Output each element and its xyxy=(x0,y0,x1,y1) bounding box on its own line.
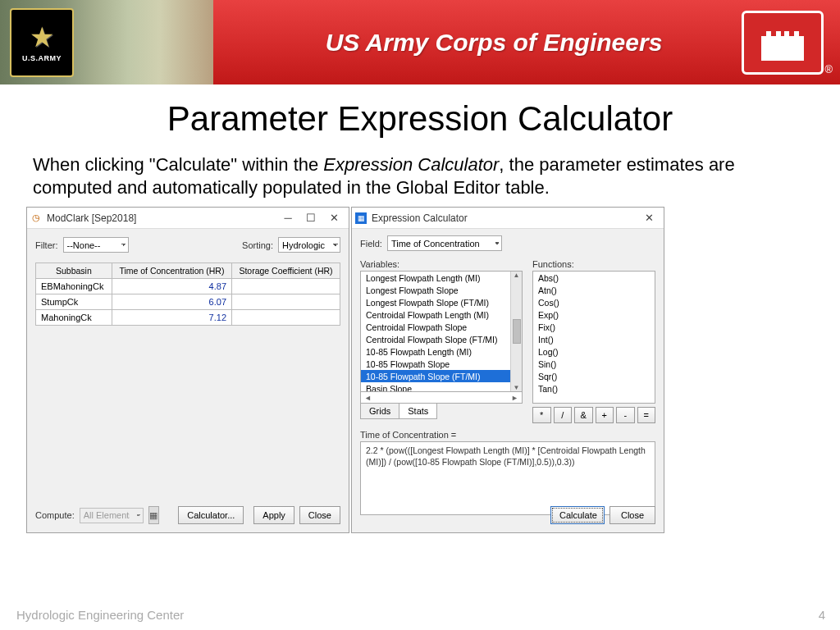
modclark-titlebar[interactable]: ◷ ModClark [Sep2018] ─ ☐ ✕ xyxy=(27,208,349,229)
close-button[interactable]: Close xyxy=(609,506,655,524)
compute-label: Compute: xyxy=(35,510,75,520)
table-row[interactable]: StumpCk6.07 xyxy=(36,294,340,310)
field-select[interactable]: Time of Concentration xyxy=(387,235,502,251)
usace-castle-badge: ® xyxy=(742,11,824,75)
col-sc[interactable]: Storage Coefficient (HR) xyxy=(232,263,340,279)
tab-grids[interactable]: Grids xyxy=(360,403,399,419)
expression-textarea[interactable]: 2.2 * (pow(([Longest Flowpath Length (MI… xyxy=(360,441,655,515)
operator-button[interactable]: + xyxy=(596,407,614,423)
operator-button[interactable]: - xyxy=(616,407,635,423)
slide-body: When clicking "Calculate" within the Exp… xyxy=(0,139,840,199)
banner-right: US Army Corps of Engineers ® xyxy=(213,0,840,84)
army-sub-label: U.S.ARMY xyxy=(22,54,62,62)
operator-button[interactable]: = xyxy=(637,407,656,423)
tab-stats[interactable]: Stats xyxy=(399,403,437,419)
functions-listbox[interactable]: Abs()Atn()Cos()Exp()Fix()Int()Log()Sin()… xyxy=(532,271,655,404)
calculate-button[interactable]: Calculate xyxy=(550,506,605,524)
function-item[interactable]: Fix() xyxy=(533,321,655,333)
operator-button[interactable]: * xyxy=(532,407,551,423)
variable-item[interactable]: Longest Flowpath Length (MI) xyxy=(361,272,522,284)
footer-left: Hydrologic Engineering Center xyxy=(16,608,184,622)
expression-calculator-window: ▦ Expression Calculator ✕ Field: Time of… xyxy=(351,207,664,533)
parameter-table: Subbasin Time of Concentration (HR) Stor… xyxy=(35,262,340,326)
close-button[interactable]: ✕ xyxy=(637,212,660,224)
function-item[interactable]: Sqr() xyxy=(533,370,655,382)
body-ital: Expression Calculator xyxy=(323,154,499,175)
field-label: Field: xyxy=(360,239,382,249)
table-row[interactable]: MahoningCk7.12 xyxy=(36,310,340,326)
apply-button[interactable]: Apply xyxy=(253,506,294,524)
variable-item[interactable]: Longest Flowpath Slope (FT/MI) xyxy=(361,296,522,308)
filter-label: Filter: xyxy=(35,240,58,250)
star-icon: ★ xyxy=(30,23,54,51)
function-item[interactable]: Exp() xyxy=(533,308,655,321)
us-army-badge: ★ U.S.ARMY xyxy=(10,8,74,77)
horizontal-scroll[interactable]: ◄► xyxy=(360,392,523,404)
function-item[interactable]: Log() xyxy=(533,345,655,358)
compute-select: All Elements xyxy=(80,508,144,523)
operator-button[interactable]: / xyxy=(554,407,573,423)
functions-label: Functions: xyxy=(532,259,655,269)
corps-title: US Army Corps of Engineers xyxy=(246,29,742,57)
variables-listbox[interactable]: Longest Flowpath Length (MI)Longest Flow… xyxy=(360,271,523,392)
variable-item[interactable]: 10-85 Flowpath Length (MI) xyxy=(361,345,522,358)
filter-select[interactable]: --None-- xyxy=(63,237,129,253)
exprcalc-button-bar: Calculate Close xyxy=(550,506,655,524)
operator-button[interactable]: & xyxy=(574,407,593,423)
function-item[interactable]: Int() xyxy=(533,333,655,345)
app-icon: ◷ xyxy=(30,212,42,224)
function-item[interactable]: Atn() xyxy=(533,284,655,296)
maximize-button[interactable]: ☐ xyxy=(299,212,322,224)
function-item[interactable]: Sin() xyxy=(533,358,655,370)
variable-item[interactable]: Longest Flowpath Slope xyxy=(361,284,522,296)
expression-label: Time of Concentration = xyxy=(360,430,655,440)
castle-icon xyxy=(758,25,807,61)
scroll-bar[interactable]: ▲▼ xyxy=(510,272,522,391)
variable-item[interactable]: 10-85 Flowpath Slope xyxy=(361,358,522,370)
exprcalc-title: Expression Calculator xyxy=(372,212,468,224)
col-subbasin[interactable]: Subbasin xyxy=(36,263,112,279)
registered-mark-icon: ® xyxy=(824,63,833,75)
windows-area: ◷ ModClark [Sep2018] ─ ☐ ✕ Filter: --Non… xyxy=(0,207,840,535)
variable-item[interactable]: Centroidal Flowpath Length (MI) xyxy=(361,308,522,321)
close-button[interactable]: Close xyxy=(299,506,340,524)
variable-item[interactable]: Centroidal Flowpath Slope xyxy=(361,321,522,333)
modclark-button-bar: Compute: All Elements ▦ Calculator... Ap… xyxy=(35,506,340,524)
exprcalc-titlebar[interactable]: ▦ Expression Calculator ✕ xyxy=(352,208,664,229)
header-banner: ★ U.S.ARMY US Army Corps of Engineers ® xyxy=(0,0,840,84)
modclark-title: ModClark [Sep2018] xyxy=(47,212,136,224)
banner-left: ★ U.S.ARMY xyxy=(0,0,213,84)
minimize-button[interactable]: ─ xyxy=(276,212,299,224)
table-row[interactable]: EBMahoningCk4.87 xyxy=(36,279,340,294)
variable-item[interactable]: Basin Slope xyxy=(361,382,522,392)
calculator-icon: ▦ xyxy=(355,212,367,224)
slide-title: Parameter Expression Calculator xyxy=(0,99,840,139)
function-item[interactable]: Tan() xyxy=(533,382,655,395)
compute-run-icon[interactable]: ▦ xyxy=(148,506,159,524)
col-toc[interactable]: Time of Concentration (HR) xyxy=(112,263,231,279)
sorting-label: Sorting: xyxy=(242,240,273,250)
variable-item[interactable]: Centroidal Flowpath Slope (FT/MI) xyxy=(361,333,522,345)
variables-label: Variables: xyxy=(360,259,523,269)
slide-footer: Hydrologic Engineering Center 4 xyxy=(16,608,825,622)
modclark-window: ◷ ModClark [Sep2018] ─ ☐ ✕ Filter: --Non… xyxy=(26,207,349,533)
page-number: 4 xyxy=(819,608,825,622)
body-pre: When clicking "Calculate" within the xyxy=(33,154,323,175)
variable-item[interactable]: 10-85 Flowpath Slope (FT/MI) xyxy=(361,370,522,382)
function-item[interactable]: Cos() xyxy=(533,296,655,308)
calculator-button[interactable]: Calculator... xyxy=(178,506,244,524)
sorting-select[interactable]: Hydrologic xyxy=(278,237,340,253)
function-item[interactable]: Abs() xyxy=(533,272,655,284)
close-button[interactable]: ✕ xyxy=(322,212,345,224)
